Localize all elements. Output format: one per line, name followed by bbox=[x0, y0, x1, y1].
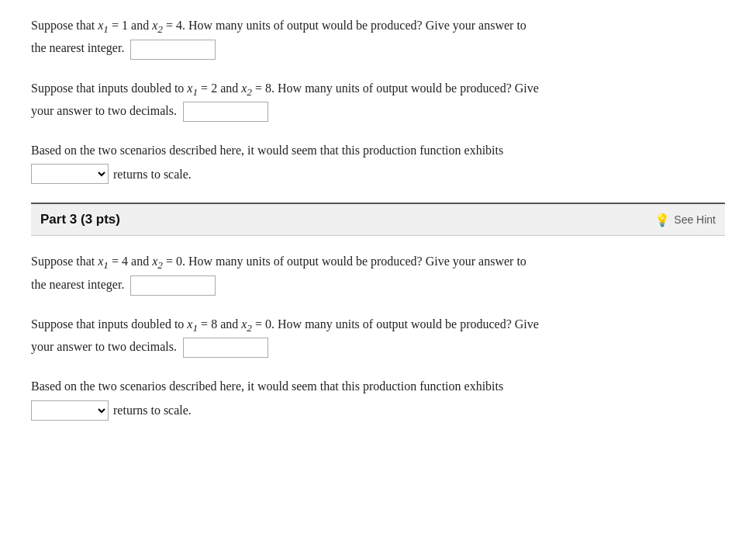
part3-section: Part 3 (3 pts) 💡 See Hint Suppose that x… bbox=[31, 203, 725, 420]
part2-q1-text: Suppose that x1 = 1 and x2 = 4. How many… bbox=[31, 16, 725, 60]
part3-q1-text: Suppose that x1 = 4 and x2 = 0. How many… bbox=[31, 251, 725, 296]
part3-see-hint[interactable]: 💡 See Hint bbox=[654, 213, 716, 227]
part3-eq2: = 0. bbox=[166, 255, 185, 268]
part2-q3-text: Based on the two scenarios described her… bbox=[31, 140, 725, 161]
part3-q3-text: Based on the two scenarios described her… bbox=[31, 376, 725, 397]
part2-returns-dropdown[interactable]: increasing decreasing constant bbox=[31, 164, 109, 184]
part3-var-x1: x1 bbox=[98, 255, 109, 268]
var-x2: x2 bbox=[152, 19, 163, 32]
part2-section: Suppose that x1 = 1 and x2 = 4. How many… bbox=[31, 16, 725, 184]
part2-q1-input[interactable] bbox=[130, 40, 216, 60]
part3-q2-input[interactable] bbox=[183, 338, 268, 358]
part3-question-2: Suppose that inputs doubled to x1 = 8 an… bbox=[31, 314, 725, 359]
part2-q2-text: Suppose that inputs doubled to x1 = 2 an… bbox=[31, 78, 725, 123]
part2-question-1: Suppose that x1 = 1 and x2 = 4. How many… bbox=[31, 16, 725, 60]
hint-bulb-icon: 💡 bbox=[654, 213, 670, 227]
part3-returns-dropdown[interactable]: increasing decreasing constant bbox=[31, 400, 109, 421]
part3-var-x1-doubled: x1 bbox=[187, 317, 198, 331]
var-x2-doubled: x2 bbox=[241, 81, 252, 95]
part2-question-3: Based on the two scenarios described her… bbox=[31, 140, 725, 184]
part3-eq1: = 4 and bbox=[112, 255, 149, 268]
part2-q2-input[interactable] bbox=[183, 102, 268, 122]
part3-title: Part 3 (3 pts) bbox=[40, 212, 120, 227]
part3-eq-doubled2: = 0. bbox=[255, 317, 274, 331]
part3-var-x2: x2 bbox=[152, 255, 163, 268]
eq-sign: = 1 and bbox=[112, 19, 149, 32]
var-x1: x1 bbox=[98, 19, 109, 32]
hint-label: See Hint bbox=[674, 213, 716, 226]
page-container: Suppose that x1 = 1 and x2 = 4. How many… bbox=[0, 0, 756, 455]
part3-returns-text: returns to scale. bbox=[113, 400, 192, 421]
part3-eq-doubled1: = 8 and bbox=[201, 317, 238, 331]
part3-question-3: Based on the two scenarios described her… bbox=[31, 376, 725, 420]
part2-returns-row: increasing decreasing constant returns t… bbox=[31, 164, 725, 184]
eq-val: = 4. bbox=[166, 19, 185, 32]
part3-returns-row: increasing decreasing constant returns t… bbox=[31, 400, 725, 421]
part2-question-2: Suppose that inputs doubled to x1 = 2 an… bbox=[31, 78, 725, 123]
part3-header: Part 3 (3 pts) 💡 See Hint bbox=[31, 203, 725, 236]
eq-doubled-val: = 8. bbox=[255, 81, 274, 95]
part3-var-x2-doubled: x2 bbox=[241, 317, 252, 331]
part3-q1-input[interactable] bbox=[130, 275, 216, 296]
part2-returns-text: returns to scale. bbox=[113, 165, 192, 185]
var-x1-doubled: x1 bbox=[187, 81, 198, 95]
part3-question-1: Suppose that x1 = 4 and x2 = 0. How many… bbox=[31, 251, 725, 296]
eq-doubled: = 2 and bbox=[201, 81, 238, 95]
part3-q2-text: Suppose that inputs doubled to x1 = 8 an… bbox=[31, 314, 725, 359]
